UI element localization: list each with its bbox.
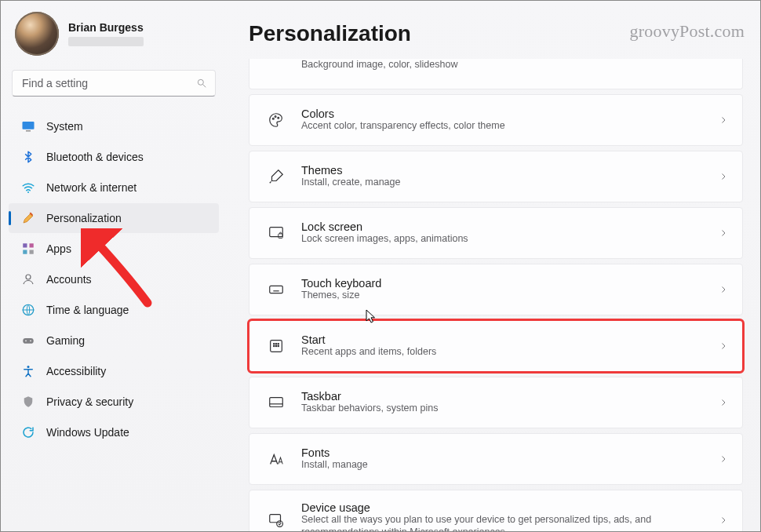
card-background[interactable]: Background image, color, slideshow <box>249 59 743 89</box>
svg-rect-8 <box>23 250 27 254</box>
card-title: Start <box>301 333 709 346</box>
system-icon <box>21 119 35 133</box>
personalize-icon <box>21 211 35 225</box>
svg-point-18 <box>278 117 279 118</box>
sidebar-item-accessibility[interactable]: Accessibility <box>9 356 219 386</box>
sidebar-item-label: Gaming <box>46 334 85 347</box>
sidebar-item-label: Personalization <box>46 212 122 224</box>
sidebar-item-label: Privacy & security <box>46 395 133 408</box>
svg-point-0 <box>198 79 203 85</box>
card-title: Touch keyboard <box>301 277 709 290</box>
sidebar-item-network[interactable]: Network & internet <box>9 173 219 202</box>
chevron-right-icon <box>719 285 728 294</box>
sidebar-item-label: Network & internet <box>46 181 137 194</box>
card-subtitle: Install, manage <box>301 459 709 472</box>
svg-rect-7 <box>30 243 34 247</box>
card-deviceusage[interactable]: Device usage Select all the ways you pla… <box>249 490 743 531</box>
svg-rect-21 <box>270 286 283 293</box>
svg-rect-20 <box>279 234 283 239</box>
card-lockscreen[interactable]: Lock screen Lock screen images, apps, an… <box>249 207 743 259</box>
svg-point-37 <box>277 520 283 527</box>
svg-point-16 <box>272 118 274 119</box>
card-title: Colors <box>301 107 709 120</box>
svg-rect-34 <box>270 398 283 407</box>
card-title: Device usage <box>301 501 709 514</box>
card-subtitle: Background image, color, slideshow <box>301 59 728 71</box>
card-subtitle: Install, create, manage <box>301 177 709 189</box>
sidebar-item-label: Accessibility <box>46 365 106 377</box>
sidebar-item-label: Apps <box>46 242 71 255</box>
card-start[interactable]: Start Recent apps and items, folders <box>249 320 743 372</box>
card-subtitle: Themes, size <box>301 290 709 302</box>
user-email-redacted <box>68 37 144 46</box>
chevron-right-icon <box>719 398 728 407</box>
card-title: Lock screen <box>301 220 709 233</box>
apps-icon <box>21 242 35 256</box>
card-title: Taskbar <box>301 390 709 403</box>
chevron-right-icon <box>719 115 728 125</box>
network-icon <box>21 180 35 195</box>
keyboard-icon <box>265 280 287 299</box>
search-icon <box>196 78 207 89</box>
sidebar-item-system[interactable]: System <box>9 111 219 141</box>
card-touchkeyboard[interactable]: Touch keyboard Themes, size <box>249 264 743 315</box>
svg-point-13 <box>25 341 27 342</box>
svg-point-33 <box>278 345 279 346</box>
sidebar-item-accounts[interactable]: Accounts <box>9 264 219 294</box>
card-title: Themes <box>301 164 709 177</box>
lockscreen-icon <box>265 224 287 242</box>
sidebar-item-label: Time & language <box>46 304 129 316</box>
bluetooth-icon <box>21 150 35 164</box>
card-subtitle: Select all the ways you plan to use your… <box>301 514 709 531</box>
chevron-right-icon <box>719 341 728 351</box>
user-text: Brian Burgess <box>68 21 144 46</box>
sidebar: Brian Burgess System Bluetooth & devices… <box>1 1 225 531</box>
chevron-right-icon <box>719 454 728 464</box>
page-title: Personalization <box>249 21 751 46</box>
svg-rect-4 <box>26 130 31 131</box>
settings-card-list: Background image, color, slideshow Color… <box>249 59 751 531</box>
search-input[interactable] <box>20 76 196 90</box>
sidebar-item-apps[interactable]: Apps <box>9 234 219 264</box>
card-subtitle: Accent color, transparency effects, colo… <box>301 120 709 133</box>
sidebar-item-gaming[interactable]: Gaming <box>9 326 219 355</box>
sidebar-item-bluetooth[interactable]: Bluetooth & devices <box>9 142 219 172</box>
accessibility-icon <box>21 364 35 378</box>
card-title: Fonts <box>301 446 709 459</box>
user-name: Brian Burgess <box>68 21 144 34</box>
card-subtitle: Taskbar behaviors, system pins <box>301 403 709 415</box>
card-fonts[interactable]: Fonts Install, manage <box>249 433 743 485</box>
svg-point-32 <box>275 345 276 346</box>
svg-point-10 <box>26 275 31 279</box>
svg-point-29 <box>275 344 276 344</box>
svg-point-17 <box>275 116 276 118</box>
brush-icon <box>265 167 287 186</box>
sidebar-item-label: Bluetooth & devices <box>46 151 144 163</box>
sidebar-item-time[interactable]: Time & language <box>9 295 219 325</box>
sidebar-item-privacy[interactable]: Privacy & security <box>9 387 219 417</box>
deviceusage-icon <box>265 511 287 530</box>
fonts-icon <box>265 450 287 468</box>
card-taskbar[interactable]: Taskbar Taskbar behaviors, system pins <box>249 377 743 428</box>
card-subtitle: Lock screen images, apps, animations <box>301 233 709 246</box>
avatar <box>15 12 59 56</box>
svg-point-30 <box>278 344 279 344</box>
sidebar-nav: System Bluetooth & devices Network & int… <box>5 111 222 447</box>
svg-point-31 <box>274 345 275 346</box>
card-colors[interactable]: Colors Accent color, transparency effect… <box>249 94 743 146</box>
svg-point-28 <box>274 344 275 344</box>
sidebar-item-update[interactable]: Windows Update <box>9 417 219 447</box>
sidebar-item-label: Accounts <box>46 273 92 286</box>
svg-rect-6 <box>23 243 27 247</box>
svg-line-1 <box>203 85 206 88</box>
card-themes[interactable]: Themes Install, create, manage <box>249 151 743 202</box>
taskbar-icon <box>265 393 287 412</box>
palette-icon <box>265 111 287 129</box>
sidebar-item-personalization[interactable]: Personalization <box>9 203 219 233</box>
svg-rect-27 <box>271 341 282 352</box>
accounts-icon <box>21 272 35 286</box>
user-account-row[interactable]: Brian Burgess <box>5 9 222 65</box>
time-icon <box>21 303 35 317</box>
svg-point-15 <box>27 366 30 368</box>
search-box[interactable] <box>12 70 216 97</box>
